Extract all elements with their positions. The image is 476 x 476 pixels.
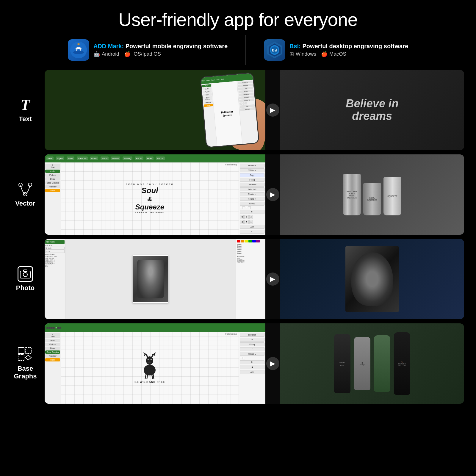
cup-engraving-3: SQUEEZE: [387, 195, 398, 198]
bg-sw-vector[interactable]: Vector: [45, 339, 60, 342]
bg-sw-basegraphs[interactable]: Base Graphs: [45, 350, 60, 354]
btn-undo[interactable]: Undo: [90, 156, 98, 160]
photo-y-input[interactable]: Y: 9.82: [45, 250, 65, 253]
rp-vmirror[interactable]: V Mirror: [240, 168, 264, 172]
platform-android: 🤖 Android: [93, 51, 119, 57]
basegraphs-sw-panel: ⬛⬛⬛⬛ ✖ ⬛⬛ TText Vector Picture Draw Base…: [45, 323, 265, 404]
rp-selectall[interactable]: Select all: [240, 187, 264, 191]
bottle-engraving-4: 🦌BE WILDAND FREE: [397, 361, 406, 367]
svg-line-26: [147, 375, 148, 378]
app-separator: [245, 35, 246, 65]
rp-attr[interactable]: Attr: [240, 225, 264, 229]
flat-marking-label: Flat marking: [225, 164, 237, 166]
rp-filling[interactable]: Filling: [240, 178, 264, 182]
bg-sw-preview[interactable]: Preview: [45, 354, 60, 358]
bottle-black-2: 🦌BE WILDAND FREE: [394, 332, 410, 395]
rp-arrows: ◀ ▲ A: [240, 215, 264, 219]
btn-redo[interactable]: Redo: [101, 156, 109, 160]
sw-basegraphs[interactable]: Base Graphs: [45, 181, 60, 184]
phone-param[interactable]: Param: [240, 107, 255, 111]
bg-sw-mark[interactable]: Mark: [45, 358, 60, 361]
bg-wh: W0: [240, 357, 264, 359]
btn-save[interactable]: Save: [67, 156, 74, 160]
basegraphs-feature-panel: ⬛⬛⬛⬛ ✖ ⬛⬛ TText Vector Picture Draw Base…: [45, 323, 464, 404]
rp-aplus[interactable]: A+: [240, 210, 264, 214]
photo-feature-icon: [18, 266, 33, 282]
photo-arrow-divider: ▶: [265, 239, 280, 319]
bg-sw-picture[interactable]: Picture: [45, 343, 60, 346]
btn-open[interactable]: Open: [56, 156, 64, 160]
btn-new[interactable]: New: [46, 156, 54, 160]
bg-vmirror[interactable]: V: [240, 338, 264, 342]
bsl-highlight: Bsl:: [289, 43, 301, 49]
color-orange: [241, 240, 244, 242]
rp-group[interactable]: Group: [240, 202, 264, 206]
sw-preview[interactable]: Preview: [45, 185, 60, 188]
sw-text[interactable]: TText: [45, 164, 60, 169]
rp-rotatel[interactable]: Rotate L: [240, 192, 264, 196]
rp-num1[interactable]: 1: [249, 220, 253, 224]
bg-filling[interactable]: Filling: [240, 342, 264, 346]
rp-copy[interactable]: Copy: [240, 173, 264, 177]
svg-rect-11: [20, 271, 30, 278]
rp-right[interactable]: A: [249, 215, 253, 219]
bg-attr[interactable]: Attr: [240, 370, 264, 374]
btn-delete[interactable]: Delete: [111, 156, 120, 160]
btn-filter[interactable]: Filter: [146, 156, 154, 160]
rp-left2[interactable]: ◀: [240, 220, 244, 224]
android-icon: 🤖: [93, 51, 100, 57]
photo-x-input[interactable]: X: 13.45: [45, 247, 65, 250]
sidebar-draw[interactable]: Draw: [203, 93, 212, 96]
basegraphs-arrow-circle: ▶: [266, 357, 279, 370]
sw-picture[interactable]: Picture: [45, 173, 60, 177]
vector-sw-sidebar: TText Vector Picture Draw Base Graphs Pr…: [45, 162, 61, 235]
rp-left[interactable]: ◀: [240, 215, 244, 219]
basegraphs-canvas-content: BE WILD AND FREE: [134, 352, 165, 383]
bg-canvas-text: BE WILD AND FREE: [134, 381, 165, 383]
apps-row: ADD Mark: Powerful mobile engraving soft…: [68, 35, 408, 65]
rp-hmirror[interactable]: H Mirror: [240, 164, 264, 167]
basegraphs-feature-icon: [18, 347, 33, 362]
rp-param[interactable]: P...: [240, 230, 264, 234]
addmark-app-text: ADD Mark: Powerful mobile engraving soft…: [93, 43, 228, 57]
addmark-platforms: 🤖 Android 🍎 IOS/Ipad OS: [93, 51, 228, 57]
sidebar-basegraphs[interactable]: Base Graphs: [203, 96, 212, 101]
sidebar-picture[interactable]: Picture: [203, 90, 212, 93]
svg-rect-2: [77, 43, 80, 45]
photo-default: 默认: [45, 265, 65, 267]
vector-canvas-area: Flat marking FEED HOT CHILI PEPPER Soul …: [61, 162, 239, 235]
bg-hmirror[interactable]: H Mirror: [240, 333, 264, 337]
basegraphs-toolbar-label: ⬛⬛⬛⬛ ✖ ⬛⬛: [46, 327, 61, 329]
sidebar-mark[interactable]: Mark: [204, 104, 213, 107]
sidebar-preview[interactable]: Preview: [203, 101, 213, 104]
bg-arrow-left[interactable]: ◀: [240, 365, 264, 369]
btn-about[interactable]: About: [135, 156, 143, 160]
addmark-name: ADD Mark: Powerful mobile engraving soft…: [93, 43, 228, 50]
sw-vector[interactable]: Vector: [45, 170, 60, 173]
svg-rect-14: [18, 347, 24, 353]
photo-fill: 填充距离(la): 0: [45, 263, 65, 264]
bg-aplus[interactable]: A+: [240, 360, 264, 364]
android-label: Android: [102, 51, 119, 57]
rp-up[interactable]: ▲: [244, 215, 249, 219]
btn-focus[interactable]: Focus: [156, 156, 165, 160]
bg-rotatel[interactable]: Rotate L: [240, 352, 264, 356]
photo-sw-right-panel: Default Default Default Default Default …: [236, 239, 265, 319]
btn-saveas[interactable]: Save as: [77, 156, 88, 160]
sidebar-text[interactable]: Text: [202, 84, 211, 87]
sw-mark[interactable]: Mark: [45, 189, 60, 192]
color-bar: [237, 240, 264, 242]
bg-f2[interactable]: f: [240, 347, 264, 351]
sw-draw[interactable]: Draw: [45, 177, 60, 181]
rp-centered[interactable]: Centered: [240, 183, 264, 187]
bg-sw-text[interactable]: TText: [45, 333, 60, 338]
sidebar-vector[interactable]: Vector: [202, 87, 212, 90]
phone-screen: New Open Save Undo Redo Text: [201, 73, 259, 147]
bg-sw-draw[interactable]: Draw: [45, 347, 60, 350]
basegraphs-result-panel: 〜〜〜wave ⬟badge 🦌BE WILDAND FREE: [280, 323, 464, 404]
photo-face-simulation: [351, 252, 393, 306]
btn-setting[interactable]: Setting: [123, 156, 132, 160]
rp-down[interactable]: ▼: [244, 220, 249, 224]
rp-rotater[interactable]: Rotate R: [240, 197, 264, 201]
bsl-platforms: ⊞ Windows 🍎 MacOS: [289, 51, 408, 57]
